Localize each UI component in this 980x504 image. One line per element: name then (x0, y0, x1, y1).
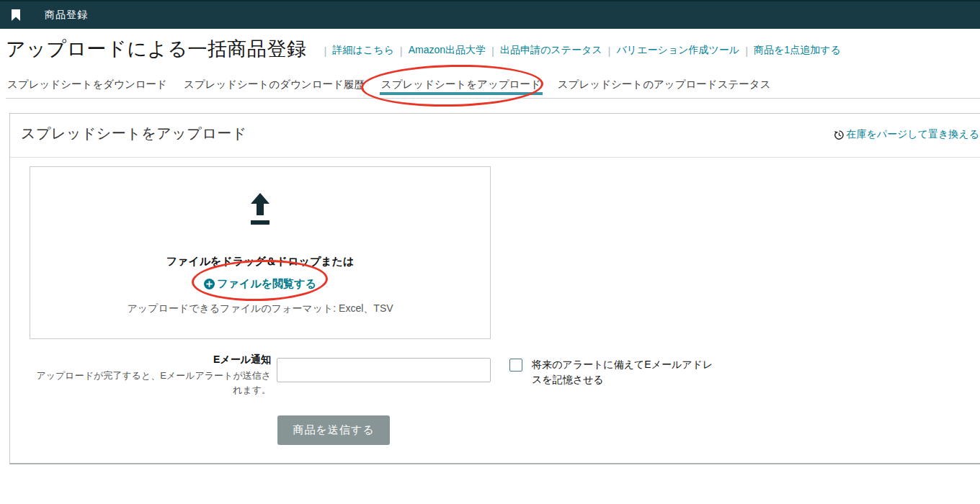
purge-and-replace-link[interactable]: 在庫をパージして置き換える (834, 128, 979, 141)
link-add-one-product[interactable]: 商品を1点追加する (754, 44, 841, 57)
tab-download-history[interactable]: スプレッドシートのダウンロード履歴 (182, 74, 366, 98)
card-header: スプレッドシートをアップロード 在庫をパージして置き換える (10, 114, 980, 158)
plus-circle-icon (204, 279, 215, 289)
tab-upload-status[interactable]: スプレッドシートのアップロードステータス (556, 74, 772, 98)
email-input[interactable] (277, 358, 491, 382)
tab-upload-spreadsheet[interactable]: スプレッドシートをアップロード (380, 74, 543, 98)
remember-email-row: 将来のアラートに備えてEメールアドレスを記憶させる (509, 359, 718, 387)
app-bar-title: 商品登録 (45, 9, 88, 22)
tab-download-spreadsheet[interactable]: スプレッドシートをダウンロード (6, 74, 169, 98)
upload-arrow-icon (248, 193, 272, 229)
purge-link-label: 在庫をパージして置き換える (846, 128, 979, 141)
title-row: アップロードによる一括商品登録 | 詳細はこちら | Amazon出品大学 | … (6, 36, 980, 62)
email-notification-label: Eメール通知 (30, 354, 271, 366)
remember-email-label: 将来のアラートに備えてEメールアドレスを記憶させる (532, 357, 718, 387)
top-app-bar: 商品登録 (0, 0, 980, 29)
top-links: | 詳細はこちら | Amazon出品大学 | 出品申請のステータス | バリエ… (318, 44, 841, 57)
remember-email-checkbox[interactable] (509, 359, 522, 372)
link-variation-tool[interactable]: バリエーション作成ツール (617, 44, 740, 57)
separator: | (745, 45, 748, 57)
link-application-status[interactable]: 出品申請のステータス (500, 44, 602, 57)
file-dropzone[interactable]: ファイルをドラッグ＆ドロップまたは ファイルを閲覧する アップロードできるファイ… (30, 166, 491, 339)
drag-drop-text: ファイルをドラッグ＆ドロップまたは (166, 255, 355, 269)
separator: | (400, 45, 403, 57)
separator: | (324, 45, 327, 57)
email-notification-helper: アップロードが完了すると、Eメールアラートが送信されます。 (30, 369, 271, 397)
upload-card: スプレッドシートをアップロード 在庫をパージして置き換える (9, 113, 980, 464)
submit-products-button[interactable]: 商品を送信する (277, 415, 390, 445)
link-seller-university[interactable]: Amazon出品大学 (409, 44, 486, 57)
page-title: アップロードによる一括商品登録 (6, 36, 307, 62)
allowed-formats-text: アップロードできるファイルのフォーマット: Excel、TSV (127, 302, 393, 315)
separator: | (608, 45, 611, 57)
tab-bar: スプレッドシートをダウンロード スプレッドシートのダウンロード履歴 スプレッドシ… (6, 74, 980, 99)
separator: | (491, 45, 494, 57)
browse-files-link[interactable]: ファイルを閲覧する (204, 277, 316, 291)
page: 商品登録 アップロードによる一括商品登録 | 詳細はこちら | Amazon出品… (0, 0, 980, 504)
link-details[interactable]: 詳細はこちら (332, 44, 393, 57)
browse-files-label: ファイルを閲覧する (217, 277, 316, 291)
bookmark-icon[interactable] (12, 9, 20, 21)
history-icon (834, 130, 845, 140)
card-title: スプレッドシートをアップロード (21, 124, 247, 143)
